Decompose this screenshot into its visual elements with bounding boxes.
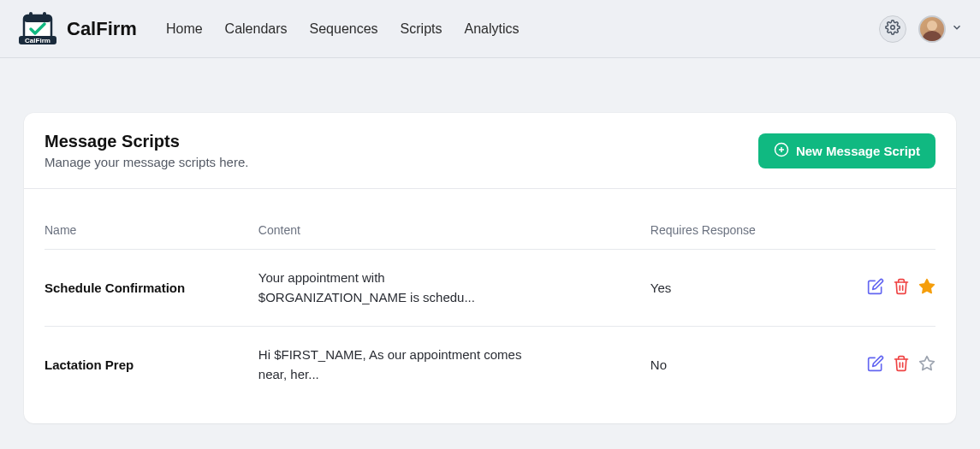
nav-sequences[interactable]: Sequences: [310, 21, 378, 37]
row-name: Schedule Confirmation: [45, 250, 258, 327]
star-button[interactable]: [918, 278, 935, 298]
gear-icon: [885, 20, 900, 38]
nav-scripts[interactable]: Scripts: [401, 21, 442, 37]
row-response: Yes: [650, 250, 811, 327]
svg-rect-3: [43, 12, 46, 19]
row-content: Your appointment with $ORGANIZATION_NAME…: [258, 250, 650, 327]
calfirm-logo-icon: CalFirm: [17, 10, 58, 48]
chevron-down-icon: [951, 21, 963, 37]
table-row: Schedule ConfirmationYour appointment wi…: [45, 250, 935, 327]
nav-calendars[interactable]: Calendars: [225, 21, 288, 37]
scripts-card: Message Scripts Manage your message scri…: [24, 113, 956, 423]
page-subtitle: Manage your message scripts here.: [45, 155, 248, 169]
edit-button[interactable]: [867, 278, 884, 298]
logo[interactable]: CalFirm CalFirm: [17, 10, 137, 48]
svg-marker-11: [920, 357, 935, 370]
edit-button[interactable]: [867, 355, 884, 375]
delete-button[interactable]: [893, 278, 910, 298]
edit-icon: [867, 278, 884, 298]
avatar: [918, 15, 946, 43]
star-icon: [918, 278, 935, 298]
svg-text:CalFirm: CalFirm: [25, 37, 50, 44]
nav-home[interactable]: Home: [166, 21, 203, 37]
card-body: Name Content Requires Response Schedule …: [24, 189, 956, 423]
svg-point-6: [891, 25, 895, 29]
star-button[interactable]: [918, 355, 935, 375]
col-header-response: Requires Response: [650, 223, 811, 250]
top-nav: Home Calendars Sequences Scripts Analyti…: [166, 21, 520, 37]
row-content: Hi $FIRST_NAME, As our appointment comes…: [258, 327, 650, 404]
star-icon: [918, 355, 935, 375]
plus-circle-icon: [774, 142, 789, 160]
table-row: Lactation PrepHi $FIRST_NAME, As our app…: [45, 327, 935, 404]
row-name: Lactation Prep: [45, 327, 258, 404]
app-header: CalFirm CalFirm Home Calendars Sequences…: [0, 0, 980, 58]
new-message-script-button[interactable]: New Message Script: [758, 133, 935, 168]
edit-icon: [867, 355, 884, 375]
delete-button[interactable]: [893, 355, 910, 375]
row-response: No: [650, 327, 811, 404]
brand-name: CalFirm: [67, 18, 137, 40]
settings-button[interactable]: [879, 15, 906, 43]
svg-rect-2: [29, 12, 33, 19]
trash-icon: [893, 355, 910, 375]
trash-icon: [893, 278, 910, 298]
svg-marker-10: [920, 280, 935, 293]
col-header-name: Name: [45, 223, 258, 250]
user-menu[interactable]: [918, 15, 963, 43]
scripts-table: Name Content Requires Response Schedule …: [45, 223, 935, 403]
svg-rect-1: [24, 15, 51, 22]
header-right: [879, 15, 963, 43]
page-title: Message Scripts: [45, 132, 248, 151]
col-header-content: Content: [258, 223, 650, 250]
nav-analytics[interactable]: Analytics: [465, 21, 520, 37]
card-header: Message Scripts Manage your message scri…: [24, 113, 956, 189]
new-script-label: New Message Script: [796, 144, 920, 158]
